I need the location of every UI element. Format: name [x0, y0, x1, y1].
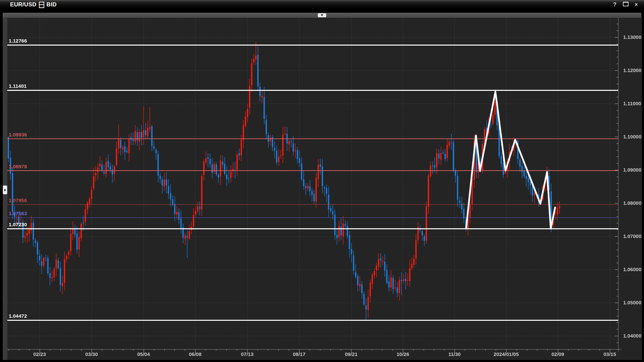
close-button[interactable]: × [633, 0, 639, 9]
help-button[interactable]: ? [612, 0, 618, 9]
chevron-down-icon [321, 14, 323, 16]
instrument-name: EUR/USD [10, 1, 37, 8]
toolbar [3, 13, 641, 18]
maximize-icon [623, 2, 629, 6]
price-type-label: BID [47, 1, 57, 8]
left-panel-strip [3, 18, 8, 360]
window-title: EUR/USD BID [10, 1, 57, 8]
chart-content: 1.127661.114011.099361.089781.079561.075… [3, 18, 642, 360]
candlestick-chart[interactable]: 1.127661.114011.099361.089781.079561.075… [7, 18, 642, 360]
chart-window: EUR/USD BID ? × 1.127661.114011.099361.0… [0, 0, 644, 362]
window-controls: ? × [612, 0, 639, 9]
sidebar-expand-button[interactable] [3, 185, 7, 194]
daily-period-icon [39, 2, 44, 8]
chart-canvas[interactable] [7, 18, 642, 360]
chevron-right-icon [4, 189, 6, 191]
maximize-button[interactable] [623, 0, 629, 9]
toolbar-collapse-button[interactable] [318, 13, 326, 17]
title-bar[interactable]: EUR/USD BID ? × [0, 0, 644, 9]
